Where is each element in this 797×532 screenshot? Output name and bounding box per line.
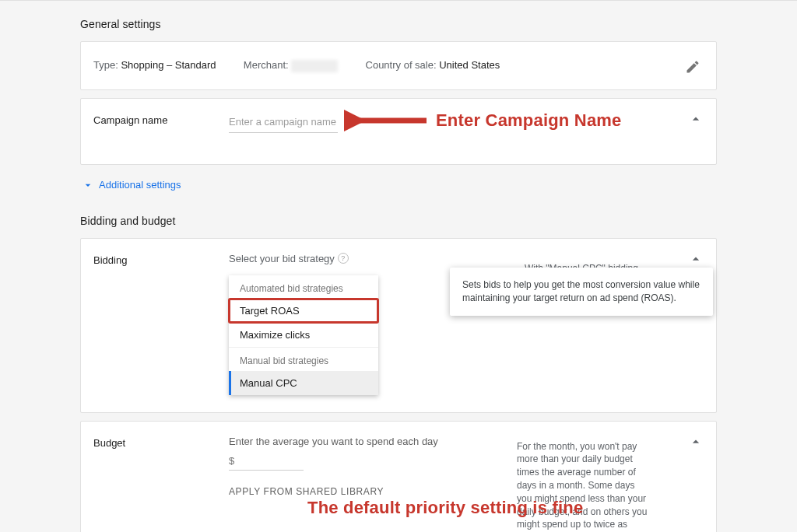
card-bidding: Bidding Select your bid strategy ? Autom… [80,238,717,413]
dropdown-item-manual-cpc[interactable]: Manual CPC [229,371,378,395]
section-title-bidding: Bidding and budget [80,191,717,238]
section-title-general: General settings [80,1,717,41]
country-label: Country of sale: [366,59,437,71]
campaign-name-label: Campaign name [93,113,229,126]
chevron-up-icon[interactable] [688,434,704,450]
help-icon[interactable]: ? [338,253,349,264]
card-budget: Budget Enter the average you want to spe… [80,421,717,532]
card-campaign-name: Campaign name [80,98,717,165]
type-summary: Type: Shopping – Standard Merchant: Coun… [93,59,699,72]
bid-strategy-dropdown[interactable]: Automated bid strategies Target ROAS Max… [229,275,378,395]
edit-icon[interactable] [685,59,700,78]
campaign-name-input[interactable] [229,113,338,133]
chevron-up-icon[interactable] [688,251,704,267]
dropdown-group-automated: Automated bid strategies [229,275,378,299]
bid-strategy-prompt: Select your bid strategy ? [229,253,349,264]
country-value: United States [439,59,500,71]
budget-label: Budget [93,436,229,449]
budget-info-text: For the month, you won't pay more than y… [517,441,647,532]
chevron-up-icon[interactable] [688,111,704,127]
card-type: Type: Shopping – Standard Merchant: Coun… [80,41,717,90]
dropdown-item-max-clicks[interactable]: Maximize clicks [229,323,378,347]
additional-settings-label: Additional settings [99,179,181,191]
type-value: Shopping – Standard [121,59,216,71]
type-label: Type: [93,59,118,71]
bidding-label: Bidding [93,253,229,266]
additional-settings-toggle[interactable]: Additional settings [80,165,717,191]
budget-input[interactable]: $ [229,452,304,471]
dropdown-group-manual: Manual bid strategies [229,347,378,371]
chevron-down-icon [82,179,94,191]
merchant-value-redacted [291,60,338,72]
merchant-label: Merchant: [244,59,289,71]
bid-strategy-tooltip: Sets bids to help you get the most conve… [450,268,713,317]
dropdown-item-target-roas[interactable]: Target ROAS [229,299,378,323]
